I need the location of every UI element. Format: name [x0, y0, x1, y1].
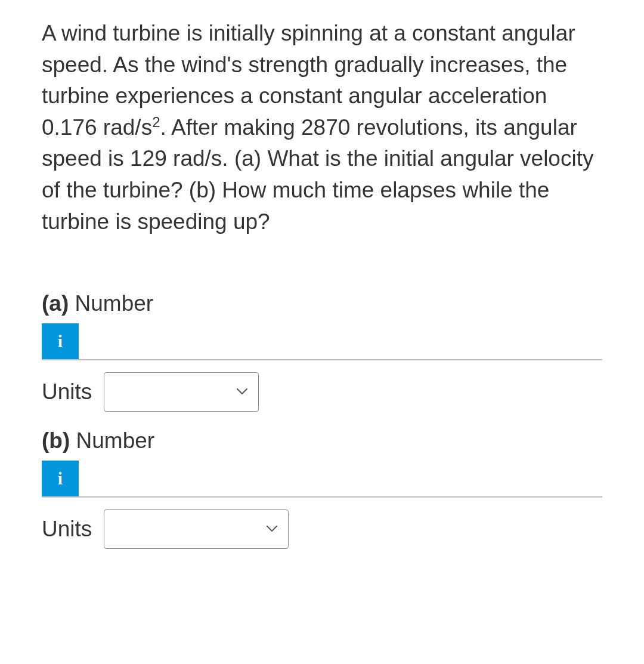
- units-row-b: Units: [42, 509, 602, 549]
- input-row-a: i: [42, 323, 602, 360]
- part-a-number-label: Number: [75, 291, 154, 316]
- question-superscript: 2: [152, 114, 160, 130]
- question-text: A wind turbine is initially spinning at …: [42, 18, 602, 237]
- answer-label-a: (a) Number: [42, 291, 602, 316]
- answer-section-b: (b) Number i Units: [42, 428, 602, 549]
- answer-section-a: (a) Number i Units: [42, 291, 602, 412]
- units-select-wrapper-b: [104, 509, 289, 549]
- units-row-a: Units: [42, 372, 602, 412]
- number-input-b[interactable]: [79, 461, 602, 498]
- answer-label-b: (b) Number: [42, 428, 602, 453]
- units-label-a: Units: [42, 379, 92, 404]
- part-a-prefix: (a): [42, 291, 69, 316]
- units-label-b: Units: [42, 517, 92, 542]
- part-b-prefix: (b): [42, 428, 70, 453]
- units-select-b[interactable]: [104, 509, 289, 549]
- units-select-a[interactable]: [104, 372, 259, 412]
- units-select-wrapper-a: [104, 372, 259, 412]
- info-icon[interactable]: i: [42, 461, 79, 498]
- info-icon[interactable]: i: [42, 323, 79, 360]
- input-row-b: i: [42, 461, 602, 498]
- part-b-number-label: Number: [76, 428, 155, 453]
- number-input-a[interactable]: [79, 323, 602, 360]
